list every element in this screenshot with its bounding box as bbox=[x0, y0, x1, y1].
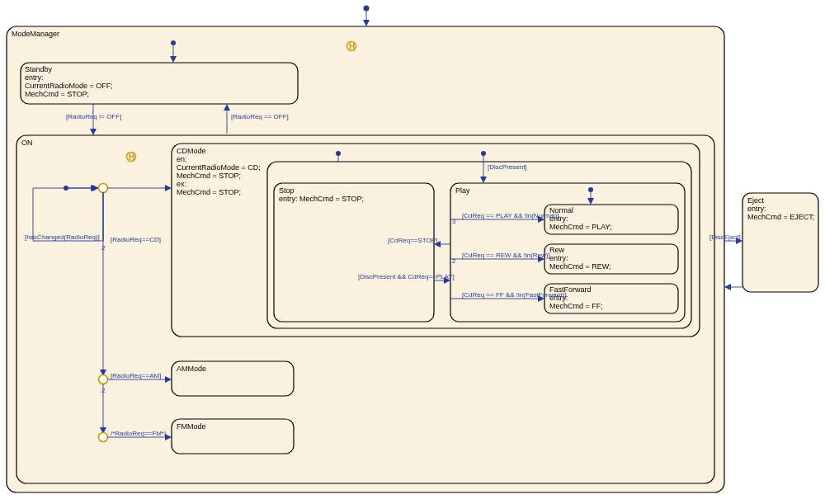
history-modemanager-h: H bbox=[349, 42, 355, 51]
label-haschanged: [hasChanged(RadioReq)] bbox=[25, 233, 100, 241]
label-cdreq-ff-not-ff: [CdReq == FF && !in(FastForward)] bbox=[462, 291, 567, 299]
label-standby-l2: MechCmd = STOP; bbox=[25, 90, 89, 98]
initial-dot-play-disc bbox=[481, 151, 486, 156]
label-normal-body: MechCmd = PLAY; bbox=[549, 223, 612, 231]
label-rew-entry: entry: bbox=[549, 254, 568, 262]
junction-am-fm bbox=[99, 375, 108, 384]
label-eject-entry: entry: bbox=[747, 205, 766, 213]
label-priority-2c: 2 bbox=[452, 257, 456, 265]
label-rew-body: MechCmd = REW; bbox=[549, 262, 611, 271]
label-ammode: AMMode bbox=[177, 365, 206, 373]
state-stop[interactable] bbox=[274, 183, 434, 322]
junction-on-entry bbox=[99, 184, 108, 193]
label-cdreq-rew-not-rew: [CdReq == REW && !in(Rew)] bbox=[462, 252, 550, 259]
statechart-canvas: ModeManager H Standby entry: CurrentRadi… bbox=[0, 0, 825, 504]
initial-dot-play-inner bbox=[588, 187, 593, 192]
label-cdmode-ex: ex: bbox=[177, 180, 186, 188]
label-play-title: Play bbox=[455, 186, 470, 195]
label-priority-3: 3 bbox=[452, 218, 456, 225]
label-stop-title: Stop bbox=[279, 186, 295, 195]
initial-dot-root bbox=[364, 6, 370, 12]
label-radioreq-off: [RadioReq == OFF] bbox=[231, 113, 289, 120]
label-cdmode-title: CDMode bbox=[177, 147, 206, 155]
label-on: ON bbox=[21, 139, 33, 147]
label-fmmode: FMMode bbox=[177, 422, 206, 431]
label-stop-body: entry: MechCmd = STOP; bbox=[279, 195, 364, 203]
label-radioreq-cd: [RadioReq==CD] bbox=[111, 236, 161, 243]
label-cdreq-stop: [CdReq==STOP] bbox=[388, 237, 437, 244]
arrow-eject-to-mm bbox=[724, 284, 731, 290]
arrow-root-to-modemanager bbox=[363, 20, 370, 26]
initial-dot-modemanager bbox=[171, 40, 176, 45]
label-standby-l1: CurrentRadioMode = OFF; bbox=[25, 82, 113, 90]
label-radioreq-not-off: [RadioReq != OFF] bbox=[66, 113, 121, 120]
label-priority-2a: 2 bbox=[101, 244, 106, 252]
label-radioreq-fm: /*RadioReq==FM*/ bbox=[111, 430, 167, 437]
label-ff-body: MechCmd = FF; bbox=[549, 302, 603, 310]
label-cdmode-en2: MechCmd = STOP; bbox=[177, 172, 241, 180]
label-discpresent: [DiscPresent] bbox=[488, 163, 527, 171]
label-cdmode-en1: CurrentRadioMode = CD; bbox=[177, 163, 261, 172]
label-discpresent-play: [DiscPresent && CdReq==PLAY] bbox=[358, 273, 455, 280]
label-modemanager: ModeManager bbox=[12, 30, 59, 38]
initial-dot-cdmode bbox=[336, 151, 341, 156]
history-on-h: H bbox=[129, 153, 134, 162]
label-standby-entry: entry: bbox=[25, 73, 44, 82]
label-eject-body: MechCmd = EJECT; bbox=[747, 213, 814, 221]
label-priority-2b: 2 bbox=[101, 387, 106, 394]
label-standby-title: Standby bbox=[25, 65, 53, 73]
label-cdmode-ex1: MechCmd = STOP; bbox=[177, 188, 241, 196]
label-eject-title: Eject bbox=[747, 196, 765, 205]
label-rew-title: Rew bbox=[549, 246, 565, 254]
label-disceject: [DiscEject] bbox=[710, 233, 741, 241]
label-cdmode-en: en: bbox=[177, 155, 187, 163]
label-cdreq-play-not-normal: [CdReq == PLAY && !in(Normal)] bbox=[462, 212, 559, 219]
junction-fm bbox=[99, 433, 108, 442]
label-radioreq-am: [RadioReq==AM] bbox=[111, 372, 161, 379]
